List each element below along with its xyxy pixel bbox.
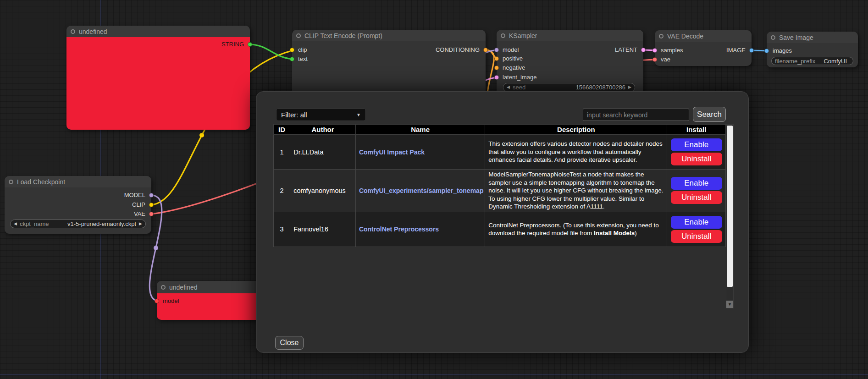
slot-input-model: model [157,297,262,306]
widget-label: filename_prefix [775,58,815,65]
slot-dot-conditioning[interactable] [483,48,488,52]
increment-icon[interactable]: ▶ [628,85,631,89]
chevron-down-icon: ▼ [356,112,361,117]
slot-dot-model[interactable] [149,193,154,198]
slot-input-vae: vae [655,55,752,64]
enable-button[interactable]: Enable [671,177,722,190]
slot-dot-model[interactable] [155,299,159,303]
collapse-dot-icon[interactable] [71,29,75,34]
search-input[interactable] [583,109,689,121]
scrollbar-thumb[interactable] [727,126,733,287]
slot-output-latent: LATENT [497,45,643,55]
node-ksampler-header[interactable]: KSampler [497,30,643,41]
slot-label: model [157,297,179,304]
node-undefined-top[interactable]: undefined STRING [66,26,250,130]
seed-widget[interactable]: ◀ seed 156680208700286 ▶ [503,83,635,92]
slot-dot-positive[interactable] [494,56,499,61]
uninstall-button[interactable]: Uninstall [671,230,722,243]
decrement-icon[interactable]: ◀ [507,85,510,89]
slot-dot-latent-image[interactable] [494,75,499,80]
search-button[interactable]: Search [693,107,726,122]
table-scrollbar[interactable]: ▼ [726,124,734,308]
slot-dot-vae[interactable] [652,57,657,62]
collapse-dot-icon[interactable] [296,33,301,38]
slot-label: positive [497,55,523,62]
cell-description: This extension offers various detector n… [485,135,667,170]
node-title: Save Image [779,34,813,41]
enable-button[interactable]: Enable [671,216,722,229]
widget-value: ComfyUI [824,58,847,65]
node-load-checkpoint[interactable]: Load Checkpoint MODEL CLIP VAE ◀ ckpt_na… [5,176,151,234]
extension-manager-dialog: Filter: all ▼ Search ID Author Name Desc… [256,91,749,353]
collapse-dot-icon[interactable] [771,35,775,40]
node-title: undefined [169,284,198,291]
cell-install: Enable Uninstall [667,212,726,247]
extension-link[interactable]: ControlNet Preprocessors [359,225,439,233]
slot-output-vae: VAE [5,209,151,219]
uninstall-button[interactable]: Uninstall [671,191,722,204]
slot-label: STRING [221,41,250,48]
slot-dot-negative[interactable] [494,66,499,70]
ckpt-name-widget[interactable]: ◀ ckpt_name v1-5-pruned-emaonly.ckpt ▶ [10,220,146,228]
filename-prefix-widget[interactable]: filename_prefix ComfyUI [771,57,853,65]
col-header-id: ID [274,125,290,135]
node-undefined-top-header[interactable]: undefined [66,26,250,37]
slot-label: latent_image [497,74,536,81]
slot-label: text [292,55,308,62]
slot-output-clip: CLIP [5,200,151,209]
close-button[interactable]: Close [275,336,304,350]
node-vae-decode[interactable]: VAE Decode samples vae IMAGE [655,30,752,66]
node-title: CLIP Text Encode (Prompt) [304,32,382,39]
wire-midpoint-dot-model[interactable] [154,246,158,250]
col-header-description: Description [485,125,667,135]
collapse-dot-icon[interactable] [161,285,166,290]
slot-dot-latent[interactable] [641,48,646,52]
slot-output-model: MODEL [5,191,151,200]
slot-dot-images[interactable] [764,49,769,53]
col-header-install: Install [667,125,726,135]
widget-value: v1-5-pruned-emaonly.ckpt [67,220,136,227]
node-clip-text-encode-header[interactable]: CLIP Text Encode (Prompt) [292,30,486,41]
widget-label: ckpt_name [20,220,49,227]
node-undefined-bottom[interactable]: undefined model [157,281,262,320]
cell-description: ControlNet Preprocessors. (To use this e… [485,212,667,247]
widget-label: seed [513,84,525,91]
cell-author: comfyanonymous [290,170,356,212]
node-graph-canvas[interactable]: undefined STRING CLIP Text Encode (Promp… [0,0,868,379]
next-option-icon[interactable]: ▶ [139,222,142,226]
extension-link[interactable]: ComfyUI_experiments/sampler_tonemap [359,187,484,194]
node-save-image[interactable]: Save Image images filename_prefix ComfyU… [767,32,858,67]
table-row: 1 Dr.Lt.Data ComfyUI Impact Pack This ex… [274,135,726,170]
cell-install: Enable Uninstall [667,170,726,212]
uninstall-button[interactable]: Uninstall [671,153,722,165]
extension-link[interactable]: ComfyUI Impact Pack [359,148,425,156]
wire-conditioning-2 [486,50,494,96]
slot-dot-vae[interactable] [149,212,154,216]
slot-dot-string[interactable] [248,42,252,47]
node-error-body [66,37,250,130]
table-row: 2 comfyanonymous ComfyUI_experiments/sam… [274,170,726,212]
collapse-dot-icon[interactable] [501,33,505,38]
collapse-dot-icon[interactable] [659,34,663,38]
col-header-name: Name [355,125,485,135]
cell-install: Enable Uninstall [667,135,726,170]
slot-input-negative: negative [497,63,643,72]
slot-label: MODEL [124,192,151,198]
node-undefined-bottom-header[interactable]: undefined [157,281,262,293]
node-vae-decode-header[interactable]: VAE Decode [655,30,752,42]
scroll-down-icon[interactable]: ▼ [726,301,733,308]
slot-dot-text[interactable] [290,57,294,61]
node-load-checkpoint-header[interactable]: Load Checkpoint [5,176,151,187]
node-title: VAE Decode [667,33,703,40]
node-save-image-header[interactable]: Save Image [767,32,858,43]
filter-select[interactable]: Filter: all ▼ [276,108,366,121]
extension-table: ID Author Name Description Install 1 Dr.… [273,124,726,247]
enable-button[interactable]: Enable [671,138,722,151]
cell-id: 3 [274,212,290,247]
previous-option-icon[interactable]: ◀ [14,222,17,226]
slot-dot-clip[interactable] [149,203,154,207]
slot-label: vae [655,56,670,63]
wire-midpoint-dot-clip[interactable] [199,133,204,137]
slot-dot-image[interactable] [749,48,754,53]
collapse-dot-icon[interactable] [9,180,13,184]
